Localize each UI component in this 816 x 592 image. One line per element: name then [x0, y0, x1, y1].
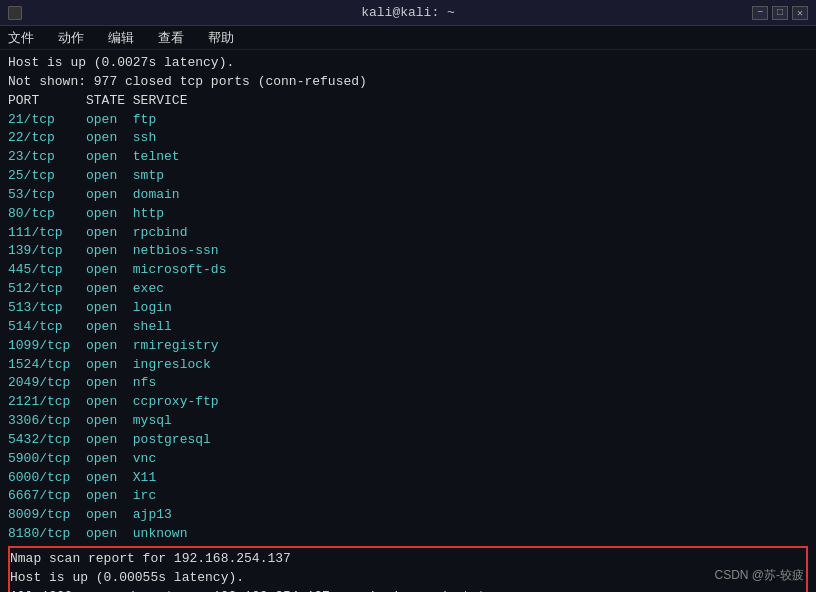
terminal-window: kali@kali: ~ − □ ✕ 文件 动作 编辑 查看 帮助 Host i… — [0, 0, 816, 592]
line-8180: 8180/tcp open unknown — [8, 525, 808, 544]
line-445: 445/tcp open microsoft-ds — [8, 261, 808, 280]
watermark: CSDN @苏-较疲 — [714, 567, 804, 584]
menu-action[interactable]: 动作 — [54, 27, 88, 49]
line-host-up: Host is up (0.0027s latency). — [8, 54, 808, 73]
title-bar-left — [8, 6, 22, 20]
line-514: 514/tcp open shell — [8, 318, 808, 337]
line-512: 512/tcp open exec — [8, 280, 808, 299]
line-2049: 2049/tcp open nfs — [8, 374, 808, 393]
line-5900: 5900/tcp open vnc — [8, 450, 808, 469]
terminal-output: Host is up (0.0027s latency). Not shown:… — [8, 54, 808, 544]
close-button[interactable]: ✕ — [792, 6, 808, 20]
line-25: 25/tcp open smtp — [8, 167, 808, 186]
line-1524: 1524/tcp open ingreslock — [8, 356, 808, 375]
line-23: 23/tcp open telnet — [8, 148, 808, 167]
line-header: PORT STATE SERVICE — [8, 92, 808, 111]
minimize-button[interactable]: − — [752, 6, 768, 20]
line-139: 139/tcp open netbios-ssn — [8, 242, 808, 261]
line-111: 111/tcp open rpcbind — [8, 224, 808, 243]
maximize-button[interactable]: □ — [772, 6, 788, 20]
line-53: 53/tcp open domain — [8, 186, 808, 205]
window-title: kali@kali: ~ — [361, 5, 455, 20]
line-5432: 5432/tcp open postgresql — [8, 431, 808, 450]
line-3306: 3306/tcp open mysql — [8, 412, 808, 431]
highlighted-line-3: All 1000 scanned ports on 192.168.254.13… — [10, 588, 806, 592]
line-2121: 2121/tcp open ccproxy-ftp — [8, 393, 808, 412]
terminal-content: Host is up (0.0027s latency). Not shown:… — [0, 50, 816, 592]
menu-bar: 文件 动作 编辑 查看 帮助 — [0, 26, 816, 50]
line-8009: 8009/tcp open ajp13 — [8, 506, 808, 525]
line-80: 80/tcp open http — [8, 205, 808, 224]
line-6667: 6667/tcp open irc — [8, 487, 808, 506]
title-bar: kali@kali: ~ − □ ✕ — [0, 0, 816, 26]
menu-view[interactable]: 查看 — [154, 27, 188, 49]
line-6000: 6000/tcp open X11 — [8, 469, 808, 488]
line-21: 21/tcp open ftp — [8, 111, 808, 130]
line-22: 22/tcp open ssh — [8, 129, 808, 148]
window-controls: − □ ✕ — [752, 6, 808, 20]
line-1099: 1099/tcp open rmiregistry — [8, 337, 808, 356]
menu-help[interactable]: 帮助 — [204, 27, 238, 49]
line-not-shown: Not shown: 977 closed tcp ports (conn-re… — [8, 73, 808, 92]
menu-file[interactable]: 文件 — [4, 27, 38, 49]
window-icon — [8, 6, 22, 20]
highlighted-line-1: Nmap scan report for 192.168.254.137 — [10, 550, 806, 569]
line-513: 513/tcp open login — [8, 299, 808, 318]
highlighted-line-2: Host is up (0.00055s latency). — [10, 569, 806, 588]
highlighted-scan-block: Nmap scan report for 192.168.254.137 Hos… — [8, 546, 808, 592]
menu-edit[interactable]: 编辑 — [104, 27, 138, 49]
